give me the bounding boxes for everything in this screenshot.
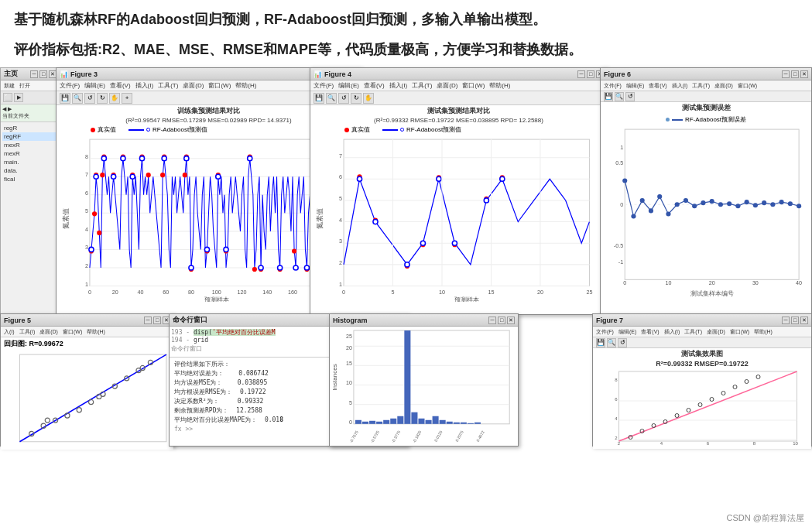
- fig4-menu-desktop[interactable]: 桌面(D): [437, 81, 457, 90]
- file-item-regr[interactable]: regR: [2, 124, 58, 132]
- fig4-tb5[interactable]: ✋: [363, 93, 374, 104]
- file-item-mexr2[interactable]: mexR: [2, 149, 58, 158]
- fig3-toolbar-btn2[interactable]: 🔍: [72, 93, 83, 104]
- fig4-menu-tools[interactable]: 工具(T): [412, 81, 432, 90]
- fig6-close-btn[interactable]: ✕: [800, 70, 808, 78]
- fig4-menu-view[interactable]: 查看(V): [364, 81, 385, 90]
- fig3-toolbar-btn4[interactable]: ↻: [97, 93, 108, 104]
- fig5-min-btn[interactable]: ─: [144, 317, 152, 324]
- figure6-window: Figure 6 ─ □ ✕ 文件(F) 编辑(E) 查看(V) 插入(I) 工…: [600, 67, 812, 315]
- fig6-menu-view[interactable]: 查看(V): [649, 82, 666, 90]
- fig6-tb2[interactable]: 🔍: [615, 92, 624, 101]
- fig3-menu-help[interactable]: 帮助(H): [235, 81, 256, 90]
- fig5-menu-help[interactable]: 帮助(H): [87, 328, 105, 336]
- svg-rect-196: [475, 423, 481, 424]
- fig4-menu-window[interactable]: 窗口(W): [462, 81, 485, 90]
- file-item-data[interactable]: data.: [2, 166, 58, 175]
- fig5-menu-tools[interactable]: 工具(I): [19, 328, 36, 336]
- fig6-tb3[interactable]: ↺: [625, 92, 635, 101]
- fig5-max-btn[interactable]: □: [153, 317, 161, 324]
- fig4-tb3[interactable]: ↺: [338, 93, 349, 104]
- svg-point-136: [675, 202, 680, 207]
- fig5-menu-window[interactable]: 窗口(W): [63, 328, 82, 336]
- fig6-menu-window[interactable]: 窗口(W): [738, 82, 757, 90]
- fig7-tb1[interactable]: 💾: [596, 338, 605, 347]
- hist-max-btn[interactable]: □: [498, 317, 505, 324]
- fig4-menu-insert[interactable]: 插入(I): [389, 81, 408, 90]
- svg-text:预测样本: 预测样本: [204, 296, 229, 302]
- fig4-plot-area: 氮素值 1 2 3 4 5 6 7 0 5: [310, 135, 607, 302]
- fig7-titlebar: Figure 7 ─ □ ✕: [593, 314, 811, 327]
- fig3-menu-view[interactable]: 查看(V): [110, 81, 131, 90]
- fig3-menu-edit[interactable]: 编辑(E): [84, 81, 105, 90]
- fig7-tb3[interactable]: ↺: [618, 338, 627, 347]
- fig4-max-btn[interactable]: □: [587, 70, 594, 78]
- fig7-menu-edit[interactable]: 编辑(E): [618, 328, 636, 336]
- fig6-menu-insert[interactable]: 插入(I): [672, 82, 688, 90]
- ide-menu-open[interactable]: 打开: [19, 82, 30, 90]
- file-item-main[interactable]: main.: [2, 158, 58, 166]
- fig7-controls: ─ □ ✕: [782, 317, 808, 324]
- fig4-tb4[interactable]: ↻: [351, 93, 361, 104]
- fig7-menu-desktop[interactable]: 桌面(D): [707, 328, 725, 336]
- fig3-menu-insert[interactable]: 插入(I): [135, 81, 154, 90]
- fig7-menu-view[interactable]: 查看(V): [641, 328, 659, 336]
- ide-menu-new[interactable]: 新建: [4, 82, 15, 90]
- fig3-toolbar-btn5[interactable]: ✋: [109, 93, 120, 104]
- file-item-mexr1[interactable]: mexR: [2, 141, 58, 149]
- hist-plot-area: Instances 0 5 10 15 20 25: [330, 327, 518, 447]
- fig3-menu-desktop[interactable]: 桌面(D): [183, 81, 204, 90]
- svg-text:1: 1: [85, 282, 88, 288]
- fig5-controls: ─ □ ✕: [144, 317, 170, 324]
- ide-file-list: regR regRF mexR mexR main. data. fical: [1, 122, 60, 185]
- fig7-menu-tools[interactable]: 工具(T): [684, 328, 702, 336]
- fig7-tb2[interactable]: 🔍: [607, 338, 616, 347]
- fig3-legend-pred-line: [128, 129, 144, 131]
- fig6-max-btn[interactable]: □: [791, 70, 799, 78]
- fig6-tb1[interactable]: 💾: [604, 92, 613, 101]
- ide-toolbar-btn2[interactable]: ▶: [14, 93, 23, 102]
- fig7-menubar: 文件(F) 编辑(E) 查看(V) 插入(I) 工具(T) 桌面(D) 窗口(W…: [593, 327, 811, 337]
- fig5-chart-svg: [1, 351, 173, 450]
- fig4-tb1[interactable]: 💾: [313, 93, 324, 104]
- ide-max-btn[interactable]: □: [39, 70, 47, 78]
- fig6-menu-edit[interactable]: 编辑(E): [626, 82, 644, 90]
- fig3-toolbar-btn6[interactable]: +: [122, 93, 132, 104]
- fig7-menu-help[interactable]: 帮助(H): [754, 328, 773, 336]
- fig6-min-btn[interactable]: ─: [782, 70, 790, 78]
- fig4-menu-edit[interactable]: 编辑(E): [338, 81, 359, 90]
- fig5-menu-insert[interactable]: 入(I): [4, 328, 15, 336]
- svg-text:3: 3: [85, 245, 88, 252]
- fig4-menu-file[interactable]: 文件(F): [313, 81, 334, 90]
- svg-text:-0.3775: -0.3775: [390, 429, 401, 443]
- fig4-menu-help[interactable]: 帮助(H): [489, 81, 510, 90]
- svg-text:25: 25: [586, 289, 592, 296]
- fig6-menu-file[interactable]: 文件(F): [604, 82, 622, 90]
- fig5-menu-desktop[interactable]: 桌面(D): [39, 328, 58, 336]
- fig4-tb2[interactable]: 🔍: [326, 93, 337, 104]
- fig6-menu-tools[interactable]: 工具(T): [692, 82, 710, 90]
- fig3-menu-window[interactable]: 窗口(W): [208, 81, 231, 90]
- ide-title: 主页: [4, 69, 30, 79]
- fig7-menu-file[interactable]: 文件(F): [596, 328, 614, 336]
- fig7-menu-insert[interactable]: 插入(I): [664, 328, 680, 336]
- fig7-min-btn[interactable]: ─: [782, 317, 790, 324]
- fig3-menu-file[interactable]: 文件(F): [60, 81, 80, 90]
- svg-text:10: 10: [793, 441, 798, 446]
- fig7-max-btn[interactable]: □: [791, 317, 799, 324]
- ide-toolbar-btn1[interactable]: ⬜: [3, 93, 12, 102]
- fig6-menu-desktop[interactable]: 桌面(D): [714, 82, 733, 90]
- hist-min-btn[interactable]: ─: [488, 317, 496, 324]
- file-item-fical[interactable]: fical: [2, 175, 58, 183]
- fig7-close-btn[interactable]: ✕: [800, 317, 808, 324]
- svg-rect-190: [433, 416, 439, 424]
- svg-point-110: [452, 241, 457, 245]
- fig3-menu-tools[interactable]: 工具(T): [158, 81, 178, 90]
- file-item-regrf[interactable]: regRF: [2, 132, 58, 141]
- fig4-min-btn[interactable]: ─: [577, 70, 585, 78]
- ide-min-btn[interactable]: ─: [30, 70, 38, 78]
- fig3-toolbar-btn1[interactable]: 💾: [60, 93, 70, 104]
- fig3-toolbar-btn3[interactable]: ↺: [84, 93, 95, 104]
- fig7-menu-window[interactable]: 窗口(W): [730, 328, 749, 336]
- hist-close-btn[interactable]: ✕: [507, 317, 515, 324]
